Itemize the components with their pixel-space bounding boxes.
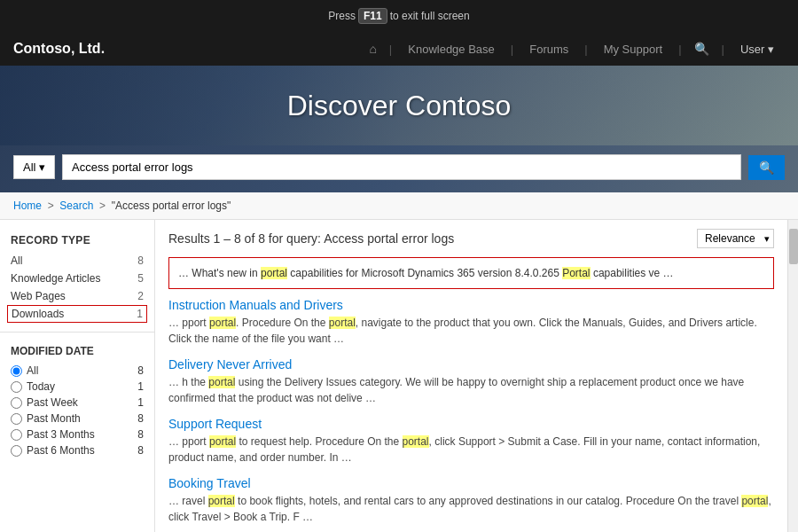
search-filter-btn[interactable]: All ▾ <box>13 155 55 179</box>
date-filter-past-6months[interactable]: Past 6 Months 8 <box>0 442 154 458</box>
date-pastweek-label: Past Week <box>27 396 78 409</box>
sidebar-divider <box>0 332 154 332</box>
scrollbar-thumb[interactable] <box>789 229 798 264</box>
date-past6m-count: 8 <box>137 444 144 457</box>
search-input[interactable] <box>62 154 741 180</box>
date-pastweek-count: 1 <box>137 396 144 409</box>
date-pastmonth-label: Past Month <box>27 412 81 425</box>
date-past3m-label: Past 3 Months <box>27 428 95 441</box>
result-snippet: … pport portal. Procedure On the portal,… <box>168 315 774 347</box>
nav-separator: | <box>389 43 392 56</box>
date-filter-past-month[interactable]: Past Month 8 <box>0 411 154 426</box>
search-filter-label: All ▾ <box>23 160 45 174</box>
result-title-support[interactable]: Support Request <box>168 417 774 431</box>
date-all-label: All <box>27 364 38 377</box>
date-filter-all[interactable]: All 8 <box>0 363 154 379</box>
nav-separator: | <box>678 43 681 56</box>
nav-separator: | <box>584 43 587 56</box>
result-item: Instruction Manuals and Drivers … pport … <box>168 298 774 347</box>
date-filter-past-3months[interactable]: Past 3 Months 8 <box>0 426 154 442</box>
nav-separator: | <box>511 43 513 56</box>
filter-downloads[interactable]: Downloads 1 <box>7 305 147 323</box>
date-all-count: 8 <box>137 364 144 377</box>
nav-link-knowledge-base[interactable]: Knowledge Base <box>404 43 498 56</box>
filter-all-count: 8 <box>137 254 144 267</box>
date-past6m-label: Past 6 Months <box>27 444 95 457</box>
filter-web-pages[interactable]: Web Pages 2 <box>0 287 154 305</box>
search-icon[interactable]: 🔍 <box>694 42 709 56</box>
result-snippet: … h the portal using the Delivery Issues… <box>168 374 774 406</box>
hero-section: Discover Contoso <box>0 66 798 145</box>
filter-knowledge-articles[interactable]: Knowledge Articles 5 <box>0 270 154 287</box>
user-menu[interactable]: User ▾ <box>737 43 778 56</box>
fullscreen-notice: Press F11 to exit full screen <box>0 0 798 32</box>
date-pastmonth-count: 8 <box>137 412 144 425</box>
filter-wp-label: Web Pages <box>11 290 66 302</box>
modified-date-title: Modified date <box>0 341 154 363</box>
filter-ka-count: 5 <box>137 272 144 285</box>
breadcrumb-home[interactable]: Home <box>13 200 42 212</box>
relevance-select[interactable]: Relevance Newest Oldest <box>697 229 774 248</box>
date-filter-past-week[interactable]: Past Week 1 <box>0 395 154 411</box>
filter-dl-label: Downloads <box>12 308 64 320</box>
filter-dl-count: 1 <box>137 308 143 320</box>
main-content: Record Type All 8 Knowledge Articles 5 W… <box>0 220 798 532</box>
result-item: Support Request … pport portal to reques… <box>168 417 774 466</box>
highlight-portal-1: portal <box>261 267 287 279</box>
breadcrumb-query: "Access portal error logs" <box>112 200 231 212</box>
sidebar: Record Type All 8 Knowledge Articles 5 W… <box>0 220 155 532</box>
fullscreen-text: Press <box>328 10 356 22</box>
result-item: Booking Travel … ravel portal to book fl… <box>168 476 774 525</box>
nav-link-my-support[interactable]: My Support <box>600 43 666 56</box>
result-item: Delivery Never Arrived … h the portal us… <box>168 357 774 406</box>
filter-all-label: All <box>11 254 22 267</box>
result-title-booking-travel[interactable]: Booking Travel <box>168 476 774 490</box>
result-snippet: … pport portal to request help. Procedur… <box>168 434 774 466</box>
result-title-delivery[interactable]: Delivery Never Arrived <box>168 357 774 372</box>
breadcrumb: Home > Search > "Access portal error log… <box>0 192 798 220</box>
result-title-instruction-manuals[interactable]: Instruction Manuals and Drivers <box>168 298 774 312</box>
fullscreen-text2: to exit full screen <box>390 10 470 22</box>
date-filter-today[interactable]: Today 1 <box>0 379 154 395</box>
brand-name: Contoso, Ltd. <box>13 41 105 57</box>
date-past3m-count: 8 <box>137 428 144 441</box>
nav-links: ⌂ | Knowledge Base | Forums | My Support… <box>362 42 785 56</box>
nav-bar: Contoso, Ltd. ⌂ | Knowledge Base | Forum… <box>0 32 798 66</box>
f11-key: F11 <box>358 8 387 24</box>
breadcrumb-search[interactable]: Search <box>59 200 93 212</box>
results-header: Results 1 – 8 of 8 for query: Access por… <box>168 229 774 248</box>
results-area: Results 1 – 8 of 8 for query: Access por… <box>155 220 787 532</box>
highlight-portal-2: Portal <box>562 267 590 279</box>
filter-all[interactable]: All 8 <box>0 252 154 270</box>
nav-link-forums[interactable]: Forums <box>526 43 572 56</box>
search-bar: All ▾ 🔍 <box>0 145 798 192</box>
date-today-label: Today <box>27 380 55 393</box>
home-icon[interactable]: ⌂ <box>369 42 376 56</box>
hero-title: Discover Contoso <box>287 90 512 122</box>
filter-ka-label: Knowledge Articles <box>11 272 100 285</box>
result-snippet: … ravel portal to book flights, hotels, … <box>168 493 774 525</box>
record-type-title: Record Type <box>0 231 154 252</box>
filter-wp-count: 2 <box>137 290 144 302</box>
first-result: … What's new in portal capabilities for … <box>168 257 774 289</box>
search-button[interactable]: 🔍 <box>748 155 785 180</box>
results-count: Results 1 – 8 of 8 for query: Access por… <box>168 231 454 246</box>
scrollbar[interactable] <box>787 220 798 532</box>
nav-separator: | <box>722 43 724 56</box>
relevance-wrapper: Relevance Newest Oldest <box>697 229 774 248</box>
date-today-count: 1 <box>137 380 144 393</box>
